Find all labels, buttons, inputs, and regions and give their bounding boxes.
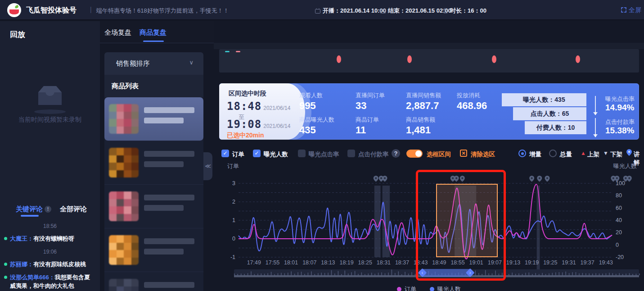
- product-list-item[interactable]: [104, 141, 203, 185]
- fullscreen-button[interactable]: 全屏: [621, 6, 641, 14]
- tab-all-comments[interactable]: 全部评论: [60, 205, 87, 214]
- x-axis-tick: 17:55: [262, 259, 282, 266]
- comment-dot-icon: [4, 276, 7, 279]
- left-axis-tick: 2: [223, 199, 235, 205]
- sort-dropdown[interactable]: 销售额排序 ∨: [104, 52, 203, 75]
- calendar-icon: [380, 8, 386, 14]
- feigua-logo-icon: [7, 3, 21, 17]
- empty-inbox-icon: [36, 84, 64, 108]
- radio-total-label[interactable]: 总量: [560, 150, 572, 159]
- product-list-header: 商品列表: [104, 75, 203, 97]
- tabs-divider: [100, 43, 214, 43]
- right-axis-tick: 0: [616, 242, 619, 248]
- metric-value: 435: [299, 124, 316, 136]
- help-icon[interactable]: ?: [392, 149, 400, 158]
- title-divider: |: [90, 6, 92, 13]
- event-dot-icon: [492, 55, 496, 63]
- stream-subtitle: 端午特惠专场！618好物节浮力提前送，手慢无！！: [96, 7, 229, 15]
- checkbox-ctr-label[interactable]: 曝光点击率: [309, 150, 339, 159]
- product-thumbnail: [109, 191, 139, 221]
- upper-chart-strip: [214, 43, 644, 49]
- duration-meta: 时长：16：00: [443, 7, 486, 15]
- x-axis-tick: 18:19: [337, 259, 356, 266]
- rate-value: 14.94%: [605, 103, 634, 113]
- right-axis-tick: 80: [616, 192, 622, 199]
- comment-item: 大魔王：有没有螺蛳粉呀: [0, 232, 100, 245]
- shelf-up-label: 上架: [587, 150, 599, 159]
- checkbox-exposure[interactable]: ✓: [253, 150, 261, 157]
- product-list-item[interactable]: [104, 228, 203, 272]
- radio-increment-label[interactable]: 增量: [529, 150, 541, 159]
- clear-selection-button[interactable]: 清除选区: [471, 150, 495, 159]
- explain-pin-icon: [626, 149, 632, 156]
- funnel-arrow-icon: [595, 96, 596, 115]
- chevron-double-left-icon: ≪: [205, 163, 211, 169]
- rate-value: 15.38%: [605, 126, 634, 136]
- account-title: 飞瓜智投体验号: [26, 6, 77, 15]
- x-axis-tick: 18:07: [300, 259, 320, 266]
- box-select-toggle[interactable]: [406, 150, 423, 158]
- x-axis-tick: 19:31: [559, 259, 579, 266]
- shelf-down-label: 下架: [610, 150, 622, 159]
- checkbox-orders[interactable]: ✓: [221, 150, 229, 157]
- period-end: 19:082021/06/14: [227, 118, 290, 131]
- x-axis-tick: 19:37: [577, 259, 597, 266]
- metric-value: 11: [356, 124, 366, 136]
- x-axis-tick: 19:43: [596, 259, 616, 266]
- start-time-meta: 开播：2021.06.14 10:00: [315, 7, 386, 15]
- checkbox-exposure-label[interactable]: 曝光人数: [264, 150, 288, 159]
- shelf-up-icon: ▲: [581, 150, 586, 156]
- upper-chart-panel: [219, 49, 639, 73]
- product-thumbnail: [109, 148, 139, 177]
- left-axis-tick: 0: [223, 236, 235, 242]
- left-axis-tick: -1: [223, 254, 235, 260]
- checkbox-payrate[interactable]: [347, 150, 355, 157]
- info-icon[interactable]: !: [45, 206, 51, 213]
- checkbox-payrate-label[interactable]: 点击付款率: [358, 150, 389, 159]
- product-list[interactable]: [104, 97, 203, 291]
- product-thumbnail: [109, 104, 139, 134]
- hourglass-icon: [443, 8, 448, 14]
- metric-value: 468.96: [457, 100, 487, 112]
- playback-panel: 回放 当前时间视频暂未录制 关键评论! 全部评论 18:56 大魔王：有没有螺蛳…: [0, 21, 100, 291]
- tab-product-review[interactable]: 商品复盘: [140, 28, 167, 37]
- mini-legend-swatch: [225, 51, 230, 52]
- comment-dot-icon: [4, 263, 7, 266]
- right-axis-tick: 20: [616, 229, 622, 236]
- right-axis-tick: -20: [616, 254, 624, 260]
- product-list-item[interactable]: [104, 272, 203, 291]
- x-axis-tick: 18:37: [392, 259, 412, 266]
- product-list-item[interactable]: [104, 185, 203, 228]
- checkbox-orders-label[interactable]: 订单: [232, 150, 244, 159]
- legend-exposure: 曝光人数: [430, 285, 461, 291]
- product-list-title: 商品列表: [112, 82, 139, 91]
- metric-value: 2,887.7: [406, 100, 439, 112]
- radio-increment[interactable]: [518, 150, 526, 157]
- rate-label: 曝光点击率: [605, 95, 635, 103]
- x-axis-tick: 18:01: [281, 259, 301, 266]
- metric-label: 直播间销售额: [406, 91, 441, 100]
- funnel-arrow-icon: [595, 118, 596, 137]
- product-thumbnail: [109, 279, 139, 291]
- shelf-down-icon: ▼: [603, 150, 608, 156]
- collapse-panel-button[interactable]: ≪: [203, 152, 212, 180]
- active-tab-underline: [21, 215, 39, 217]
- tab-full-review[interactable]: 全场复盘: [104, 28, 131, 37]
- comment-list: 18:56 大魔王：有没有螺蛳粉呀 19:06 苏丽娜：有没有原味纸皮核桃 没那…: [0, 219, 100, 291]
- metric-label: 观看人数: [299, 91, 323, 100]
- radio-total[interactable]: [549, 150, 557, 157]
- metric-label: 商品销售额: [406, 116, 435, 124]
- comment-timestamp: 19:06: [0, 249, 100, 255]
- event-dot-icon: [337, 55, 341, 63]
- x-axis-tick: 19:19: [522, 259, 542, 266]
- product-list-item[interactable]: [104, 97, 203, 141]
- x-axis-tick: 19:25: [540, 259, 560, 266]
- clear-selection-icon[interactable]: ✕: [460, 150, 467, 157]
- period-title: 区间选中时段: [229, 90, 266, 98]
- active-tab-underline: [143, 41, 164, 42]
- metric-label: 商品曝光人数: [299, 116, 334, 124]
- calendar-icon: [315, 8, 320, 14]
- checkbox-ctr[interactable]: [298, 150, 306, 157]
- tab-key-comments[interactable]: 关键评论!: [16, 205, 51, 214]
- chart-legend: 订单 曝光人数: [214, 285, 644, 291]
